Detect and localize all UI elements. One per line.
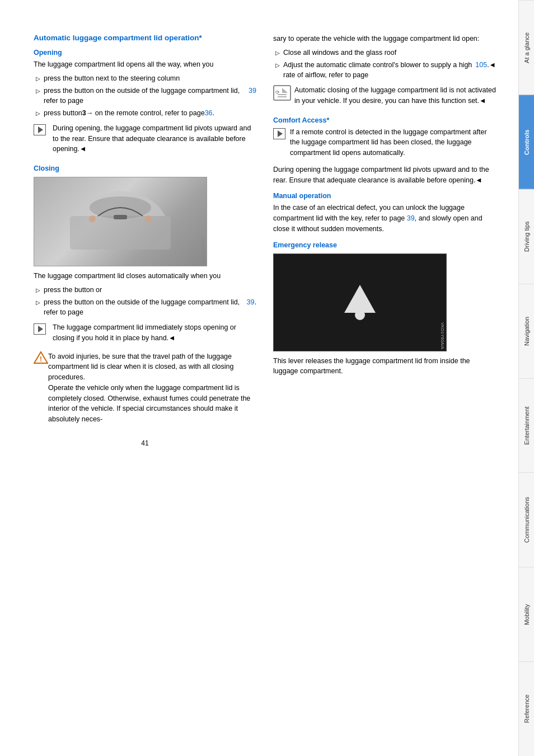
- emergency-release-title: Emergency release: [273, 241, 496, 249]
- lever-triangle: [344, 285, 376, 313]
- page-link-36[interactable]: 36: [205, 108, 213, 119]
- note-play-icon-2: [34, 322, 49, 336]
- lever-icon: [344, 285, 376, 320]
- emergency-image-watermark: VKD1Y60A/A: [440, 322, 445, 349]
- comfort-access-note-text: If a remote control is detected in the l…: [290, 127, 496, 158]
- comfort-access-title: Comfort Access*: [273, 116, 496, 124]
- tab-mobility-label: Mobility: [523, 604, 530, 625]
- opening-bullets: press the button next to the steering co…: [34, 73, 256, 119]
- manual-operation-title: Manual operation: [273, 192, 496, 200]
- active-indicator: [532, 95, 534, 189]
- tab-driving-tips-label: Driving tips: [523, 221, 530, 251]
- right-bullet-2: Adjust the automatic climate control's b…: [273, 60, 496, 81]
- closing-illustration: [64, 182, 176, 261]
- warning-triangle-icon: !: [34, 351, 48, 364]
- tab-communications[interactable]: Communications: [519, 472, 534, 567]
- right-bullets: Close all windows and the glass roof Adj…: [273, 48, 496, 81]
- closing-image-content: [34, 177, 207, 266]
- svg-rect-11: [278, 96, 287, 97]
- page-link-105[interactable]: 105: [475, 60, 487, 71]
- tab-mobility[interactable]: Mobility: [519, 567, 534, 661]
- tab-at-a-glance-label: At a glance: [523, 32, 530, 63]
- closing-title: Closing: [34, 165, 256, 172]
- manual-operation-text: In the case of an electrical defect, you…: [273, 203, 496, 234]
- opening-title: Opening: [34, 49, 256, 57]
- tab-driving-tips[interactable]: Driving tips: [519, 189, 534, 284]
- tab-reference[interactable]: Reference: [519, 661, 534, 756]
- tab-entertainment-label: Entertainment: [523, 406, 530, 444]
- right-column: sary to operate the vehicle with the lug…: [273, 34, 496, 734]
- warning-text: To avoid injuries, be sure that the trav…: [48, 351, 256, 425]
- page-link-39c[interactable]: 39: [407, 214, 415, 222]
- opening-bullet-2: press the button on the outside of the l…: [34, 86, 256, 107]
- svg-rect-2: [114, 215, 127, 219]
- closing-bullets: press the button or press the button on …: [34, 285, 256, 318]
- svg-text:!: !: [40, 355, 42, 363]
- tab-navigation[interactable]: Navigation: [519, 284, 534, 378]
- closing-note: The luggage compartment lid immediately …: [34, 322, 256, 347]
- auto-closing-text: Automatic closing of the luggage compart…: [294, 85, 496, 106]
- closing-bullet-2: press the button on the outside of the l…: [34, 297, 256, 318]
- comfort-access-note: If a remote control is detected in the l…: [273, 127, 496, 162]
- tab-communications-label: Communications: [523, 497, 530, 543]
- main-content: Automatic luggage compartment lid operat…: [0, 0, 518, 756]
- continued-text: sary to operate the vehicle with the lug…: [273, 34, 496, 44]
- page-link-39a[interactable]: 39: [249, 86, 256, 96]
- tab-controls[interactable]: Controls: [519, 95, 534, 189]
- auto-closing-note: ⟳ Automatic closing of the luggage compa…: [273, 85, 496, 110]
- note-play-icon: [34, 123, 49, 137]
- page-link-39b[interactable]: 39: [247, 297, 255, 308]
- comfort-note-play-icon: [273, 128, 285, 139]
- opening-note: During opening, the luggage compartment …: [34, 123, 256, 158]
- tab-navigation-label: Navigation: [523, 317, 530, 346]
- left-column: Automatic luggage compartment lid operat…: [34, 34, 256, 734]
- opening-bullet-3: press button 3 → on the remote control, …: [34, 108, 256, 119]
- page-number: 41: [34, 439, 256, 447]
- closing-caption: The luggage compartment lid closes autom…: [34, 271, 256, 281]
- svg-rect-0: [70, 216, 171, 250]
- opening-bullet-1: press the button next to the steering co…: [34, 73, 256, 84]
- opening-note-text: During opening, the luggage compartment …: [53, 123, 256, 154]
- warning-icon: !: [34, 351, 48, 364]
- tab-entertainment[interactable]: Entertainment: [519, 378, 534, 473]
- svg-marker-9: [282, 88, 288, 93]
- svg-rect-10: [278, 94, 287, 95]
- closing-note-text: The luggage compartment lid immediately …: [53, 322, 256, 344]
- svg-point-4: [145, 215, 152, 222]
- auto-closing-icon: ⟳: [273, 85, 291, 101]
- tab-reference-label: Reference: [523, 695, 530, 724]
- emergency-release-caption: This lever releases the luggage compartm…: [273, 356, 496, 377]
- comfort-access-text: During opening the luggage compartment l…: [273, 165, 496, 186]
- warning-box: ! To avoid injuries, be sure that the tr…: [34, 351, 256, 428]
- closing-image-watermark: VPK4L03A/A: [200, 238, 205, 265]
- svg-point-3: [89, 215, 96, 222]
- lever-circle: [355, 310, 365, 320]
- sidebar-tabs: At a glance Controls Driving tips Naviga…: [518, 0, 534, 756]
- closing-image: VPK4L03A/A: [34, 177, 207, 266]
- emergency-release-image: VKD1Y60A/A: [273, 253, 447, 351]
- main-title: Automatic luggage compartment lid operat…: [34, 34, 256, 42]
- tab-controls-label: Controls: [523, 129, 530, 154]
- opening-intro: The luggage compartment lid opens all th…: [34, 59, 256, 70]
- tab-at-a-glance[interactable]: At a glance: [519, 0, 534, 95]
- auto-closing-icon-svg: ⟳: [273, 85, 291, 101]
- closing-bullet-1: press the button or: [34, 285, 256, 295]
- right-bullet-1: Close all windows and the glass roof: [273, 48, 496, 58]
